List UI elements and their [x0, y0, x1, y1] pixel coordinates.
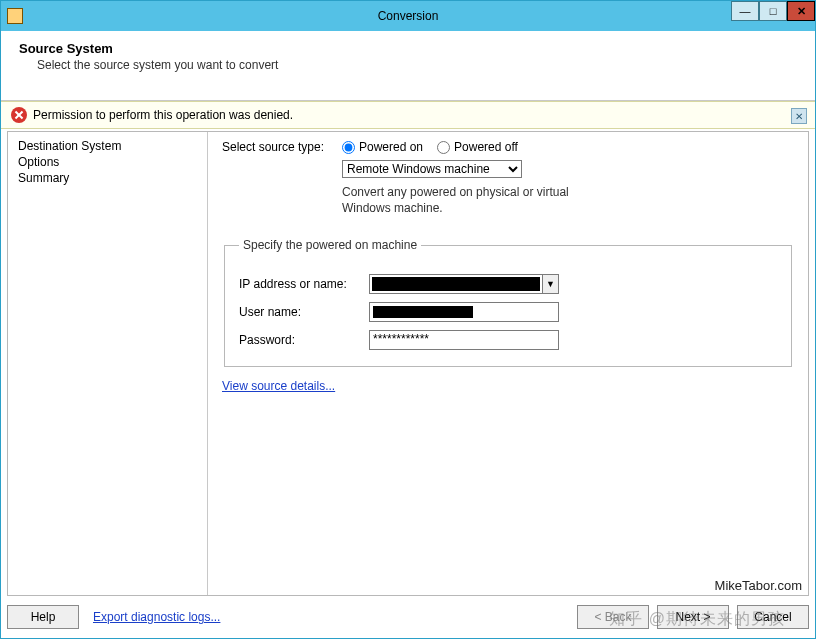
radio-powered-on-label: Powered on: [359, 140, 423, 154]
page-title: Source System: [19, 41, 797, 56]
radio-powered-off[interactable]: Powered off: [437, 140, 518, 154]
notification-bar: Permission to perform this operation was…: [1, 101, 815, 129]
close-button[interactable]: ✕: [787, 1, 815, 21]
back-button[interactable]: < Back: [577, 605, 649, 629]
radio-powered-off-input[interactable]: [437, 141, 450, 154]
view-source-details-link[interactable]: View source details...: [222, 379, 335, 393]
source-type-radio-group: Powered on Powered off: [342, 140, 518, 154]
password-label: Password:: [239, 333, 369, 347]
ip-address-value: [372, 277, 540, 291]
username-input[interactable]: [369, 302, 559, 322]
radio-powered-on[interactable]: Powered on: [342, 140, 423, 154]
app-icon: [7, 8, 23, 24]
steps-sidebar: Destination System Options Summary: [8, 132, 208, 595]
window-controls: — □ ✕: [731, 1, 815, 21]
wizard-header: Source System Select the source system y…: [1, 31, 815, 101]
minimize-button[interactable]: —: [731, 1, 759, 21]
step-options[interactable]: Options: [18, 154, 197, 170]
step-destination-system[interactable]: Destination System: [18, 138, 197, 154]
ip-label: IP address or name:: [239, 277, 369, 291]
content-panel: Select source type: Powered on Powered o…: [208, 132, 808, 595]
username-value: [373, 306, 473, 318]
specify-machine-fieldset: Specify the powered on machine IP addres…: [224, 238, 792, 367]
step-summary[interactable]: Summary: [18, 170, 197, 186]
export-diagnostic-logs-link[interactable]: Export diagnostic logs...: [93, 610, 220, 624]
window-title: Conversion: [1, 9, 815, 23]
password-input[interactable]: ************: [369, 330, 559, 350]
error-icon: [11, 107, 27, 123]
watermark: MikeTabor.com: [715, 578, 802, 593]
wizard-body: Destination System Options Summary Selec…: [7, 131, 809, 596]
ip-address-combo[interactable]: ▼: [369, 274, 559, 294]
dismiss-notification-button[interactable]: ✕: [791, 108, 807, 124]
username-label: User name:: [239, 305, 369, 319]
password-value: ************: [373, 332, 429, 346]
next-button[interactable]: Next >: [657, 605, 729, 629]
titlebar: Conversion — □ ✕: [1, 1, 815, 31]
source-type-hint: Convert any powered on physical or virtu…: [342, 184, 602, 216]
cancel-button[interactable]: Cancel: [737, 605, 809, 629]
source-type-dropdown[interactable]: Remote Windows machine: [342, 160, 522, 178]
help-button[interactable]: Help: [7, 605, 79, 629]
maximize-button[interactable]: □: [759, 1, 787, 21]
button-bar: Help Export diagnostic logs... < Back Ne…: [7, 602, 809, 632]
specify-machine-legend: Specify the powered on machine: [239, 238, 421, 252]
notification-message: Permission to perform this operation was…: [33, 108, 293, 122]
radio-powered-on-input[interactable]: [342, 141, 355, 154]
chevron-down-icon[interactable]: ▼: [542, 275, 558, 293]
source-type-label: Select source type:: [222, 140, 342, 154]
page-subtitle: Select the source system you want to con…: [37, 58, 797, 72]
radio-powered-off-label: Powered off: [454, 140, 518, 154]
